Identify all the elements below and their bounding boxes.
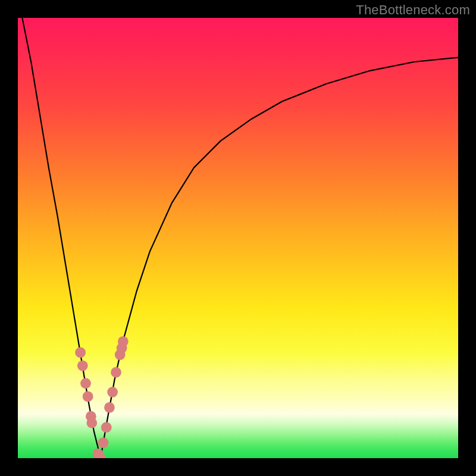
curve-right-branch: [101, 58, 458, 458]
data-point: [98, 437, 109, 448]
data-point: [104, 402, 115, 413]
data-point: [86, 418, 97, 428]
data-point: [107, 387, 118, 397]
data-point: [118, 336, 129, 347]
data-point: [80, 378, 91, 389]
curves-layer: [18, 18, 458, 458]
data-point: [77, 361, 88, 371]
plot-area: [18, 18, 458, 458]
data-point: [83, 392, 93, 402]
data-point: [75, 347, 86, 358]
chart-frame: TheBottleneck.com: [0, 0, 476, 476]
data-points: [75, 336, 129, 458]
watermark-text: TheBottleneck.com: [356, 2, 470, 18]
data-point: [111, 367, 121, 378]
data-point: [101, 422, 112, 433]
